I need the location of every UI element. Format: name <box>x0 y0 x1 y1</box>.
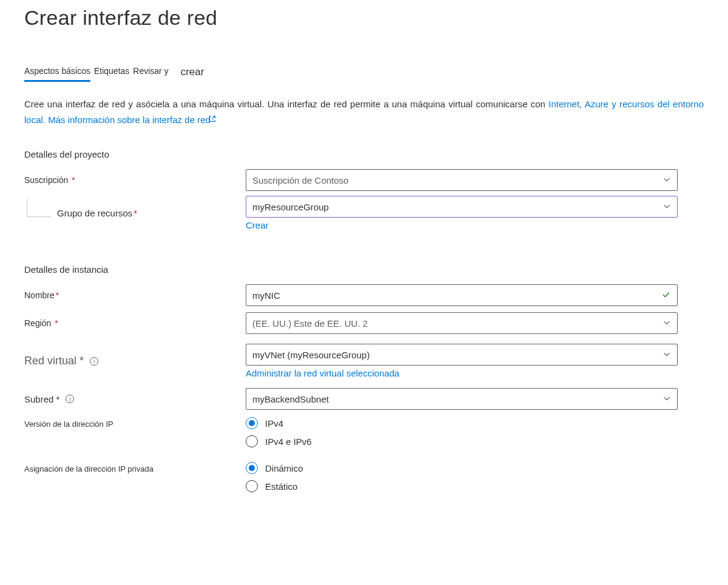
resource-group-select[interactable]: myResourceGroup <box>246 196 678 218</box>
chevron-down-icon <box>662 175 671 186</box>
radio-icon <box>246 417 258 429</box>
required-asterisk: * <box>72 175 75 185</box>
tab-bar: Aspectos básicos Etiquetas Revisar y cre… <box>24 66 704 82</box>
vnet-label: Red virtual * i <box>24 355 246 367</box>
subnet-select[interactable]: myBackendSubnet <box>246 388 678 410</box>
ip-version-ipv4-radio[interactable]: IPv4 <box>246 417 678 429</box>
external-link-icon <box>208 112 217 128</box>
radio-icon <box>246 462 258 474</box>
section-project-details: Detalles del proyecto <box>24 149 704 159</box>
region-value: (EE. UU.) Este de EE. UU. 2 <box>252 318 368 329</box>
intro-text: Cree una interfaz de red y asóciela a un… <box>24 96 704 127</box>
page-title: Crear interfaz de red <box>24 6 704 30</box>
chevron-down-icon <box>662 318 671 329</box>
region-select[interactable]: (EE. UU.) Este de EE. UU. 2 <box>246 312 678 334</box>
radio-icon <box>246 435 258 447</box>
vnet-select[interactable]: myVNet (myResourceGroup) <box>246 344 678 366</box>
radio-label: IPv4 <box>265 418 283 429</box>
ip-assignment-static-radio[interactable]: Estático <box>246 480 678 492</box>
name-input[interactable]: myNIC <box>246 284 678 306</box>
chevron-down-icon <box>662 350 671 360</box>
section-instance-details: Detalles de instancia <box>24 264 704 275</box>
required-asterisk: * <box>133 208 137 218</box>
subnet-label: Subred * i <box>24 394 246 404</box>
manage-vnet-link[interactable]: Administrar la red virtual seleccionada <box>246 368 678 378</box>
intro-link[interactable]: Más información sobre la interfaz de red <box>48 115 211 125</box>
info-icon[interactable]: i <box>90 357 98 366</box>
tab-tags[interactable]: Etiquetas <box>94 66 129 82</box>
region-label: Región * <box>24 318 246 328</box>
ip-assignment-radio-group: Dinámico Estático <box>246 462 678 492</box>
ip-version-ipv4ipv6-radio[interactable]: IPv4 e IPv6 <box>246 435 678 447</box>
name-value: myNIC <box>252 290 280 301</box>
ip-assignment-dynamic-radio[interactable]: Dinámico <box>246 462 678 474</box>
ip-assignment-label: Asignación de la dirección IP privada <box>24 462 246 473</box>
subscription-value: Suscripción de Contoso <box>252 175 348 186</box>
intro-text-1: Cree una interfaz de red y asóciela a un… <box>24 99 548 109</box>
name-label: Nombre* <box>24 290 246 300</box>
radio-label: Dinámico <box>265 463 303 473</box>
ip-version-radio-group: IPv4 IPv4 e IPv6 <box>246 417 678 447</box>
chevron-down-icon <box>662 202 671 212</box>
radio-label: IPv4 e IPv6 <box>265 436 312 447</box>
resource-group-value: myResourceGroup <box>252 202 329 212</box>
radio-label: Estático <box>265 481 297 492</box>
chevron-down-icon <box>662 394 671 404</box>
resource-group-label: Grupo de recursos* <box>57 208 137 218</box>
ip-version-label: Versión de la dirección IP <box>24 417 246 429</box>
radio-icon <box>246 480 258 492</box>
required-asterisk: * <box>55 318 58 328</box>
vnet-value: myVNet (myResourceGroup) <box>252 350 369 360</box>
subscription-label: Suscripción * <box>24 175 246 185</box>
tab-create[interactable]: crear <box>181 66 204 82</box>
checkmark-icon <box>661 290 671 301</box>
tree-connector-icon <box>27 199 51 217</box>
subnet-value: myBackendSubnet <box>252 394 329 404</box>
subscription-select[interactable]: Suscripción de Contoso <box>246 169 678 191</box>
required-asterisk: * <box>56 290 59 300</box>
tab-review[interactable]: Revisar y <box>133 66 168 82</box>
tab-basics[interactable]: Aspectos básicos <box>24 66 90 82</box>
info-icon[interactable]: i <box>66 395 74 403</box>
create-resource-group-link[interactable]: Crear <box>246 220 678 230</box>
